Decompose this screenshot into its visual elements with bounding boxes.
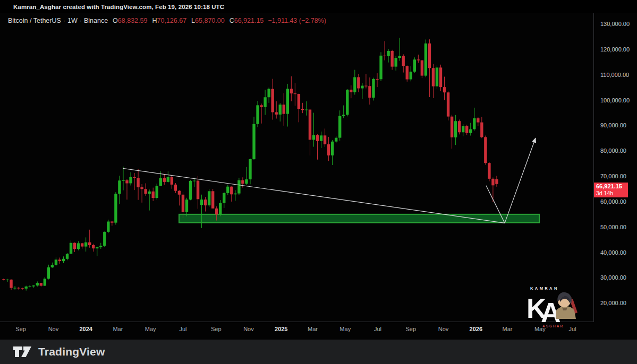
price-tick-label: 60,000.00 [600,198,626,205]
candle-body [140,187,143,189]
projection-up-arrow[interactable] [505,138,536,223]
candle-body [111,221,113,222]
candle-body [159,178,162,186]
candle-body [84,242,87,247]
candle-body [237,180,240,194]
candle-body [383,56,386,56]
candle-countdown: 3d 14h [596,190,626,197]
candle-body [447,92,449,116]
price-tick-label: 20,000.00 [600,300,626,306]
candle-body [62,259,65,261]
candle-body [163,178,166,182]
time-tick-month-label: May [339,326,351,332]
symbol-legend[interactable]: Bitcoin / TetherUS·1W·BinanceO68,832.59H… [8,17,326,24]
candle-body [58,259,61,261]
candle-body [29,287,31,287]
candle-body [6,280,9,280]
time-tick-month-label: Mar [503,326,513,332]
candle-body [484,137,487,163]
tradingview-logo-icon[interactable] [12,344,33,360]
price-axis[interactable]: 130,000.00120,000.00110,000.00100,000.00… [600,21,630,306]
candle-body [185,200,188,212]
candle-body [316,135,319,141]
open-value: 68,832.59 [118,17,148,24]
price-tick-label: 120,000.00 [600,46,630,53]
candle-body [47,267,50,279]
price-tick-label: 40,000.00 [600,249,626,256]
symbol-name[interactable]: Bitcoin / TetherUS [8,17,61,24]
candle-body [312,135,315,140]
time-tick-month-label: Sep [211,326,222,332]
candle-body [305,109,308,110]
candle-body [439,67,442,87]
candle-body [24,287,27,289]
candle-body [432,68,435,86]
candle-body [379,56,382,79]
candle-body [189,181,192,200]
candle-body [13,288,16,288]
legend-separator: · [63,17,65,24]
candle-body [107,221,109,231]
candle-body [252,124,255,159]
price-tick-label: 30,000.00 [600,274,626,281]
time-tick-month-label: Mar [113,326,123,332]
candle-body [200,200,203,205]
candle-body [473,118,475,129]
candle-body [118,180,121,194]
candle-body [129,177,132,184]
candle-body [390,51,393,67]
watermark-top-text: KAMRAN [530,286,559,291]
timeframe-label[interactable]: 1W [67,17,78,24]
candle-body [99,246,102,247]
candle-body [144,189,147,194]
candle-body [342,115,345,116]
candle-body [275,112,277,115]
candle-body [219,203,222,215]
candle-body [436,67,438,86]
attribution-bar: Kamran_Asghar created with TradingView.c… [0,0,637,13]
candle-body [193,180,196,181]
candle-body [88,242,91,245]
candle-body [125,180,128,184]
candle-body [364,86,367,86]
candle-body [215,209,218,214]
candle-body [417,59,420,60]
candle-body [331,142,334,155]
candle-body [458,121,461,132]
footer-bar: TradingView [0,340,637,364]
chart-region[interactable]: 130,000.00120,000.00110,000.00100,000.00… [0,13,637,340]
watermark-bottom-text: ASGHAR [542,324,564,328]
last-price-flag[interactable]: 66,921.15 3d 14h [594,183,628,197]
price-tick-label: 80,000.00 [600,148,626,154]
close-label: C [230,17,234,24]
candle-body [249,159,251,179]
candle-body [133,177,135,178]
candle-series [2,38,498,291]
candle-body [327,144,330,155]
candle-body [211,191,214,209]
candle-body [10,280,12,288]
candle-body [279,105,282,115]
candle-body [335,138,337,142]
candle-body [387,51,389,56]
candle-body [96,247,98,248]
candle-body [376,79,378,80]
tradingview-brand-text[interactable]: TradingView [38,345,105,358]
candle-body [465,126,468,133]
candle-body [424,44,427,76]
candle-body [36,283,39,285]
tradingview-screenshot-page: Kamran_Asghar created with TradingView.c… [0,0,637,364]
candle-body [77,243,80,249]
time-axis[interactable]: SepNov2024MarMayJulSepNov2025MarMayJulSe… [15,326,576,332]
candle-body [234,194,236,195]
support-zone-rectangle[interactable] [179,214,539,223]
candle-body [298,94,300,109]
candle-body [230,187,233,195]
candle-body [402,56,405,66]
candle-body [2,279,5,280]
candle-body [178,191,181,195]
candle-body [55,259,57,265]
attribution-text: Kamran_Asghar created with TradingView.c… [13,4,224,10]
candle-body [40,283,43,285]
candle-body [122,180,124,181]
